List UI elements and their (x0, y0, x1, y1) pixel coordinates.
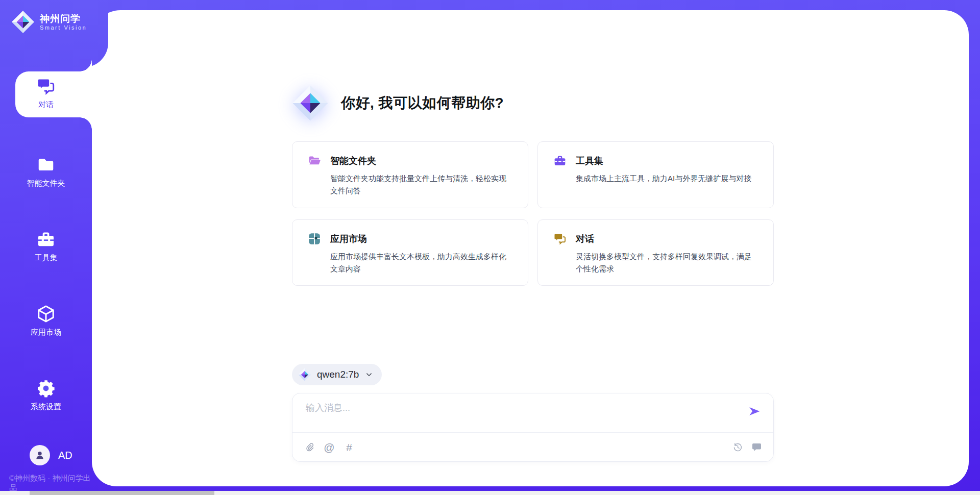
card-title: 智能文件夹 (330, 155, 376, 167)
model-name: qwen2:7b (317, 369, 359, 380)
card-smart-folder[interactable]: 智能文件夹 智能文件夹功能支持批量文件上传与清洗，轻松实现文件问答 (292, 141, 528, 208)
gear-icon (36, 379, 56, 398)
scrollbar-thumb[interactable] (30, 491, 214, 495)
attach-file-button[interactable] (304, 441, 315, 453)
message-input[interactable] (305, 401, 730, 429)
cube-icon (36, 304, 56, 324)
sidebar-item-smart-folder[interactable]: 智能文件夹 (0, 155, 92, 188)
history-icon (732, 442, 743, 453)
send-button[interactable] (748, 405, 761, 418)
feedback-bubble-icon (751, 442, 762, 453)
sidebar-item-label: 智能文件夹 (27, 179, 65, 187)
folder-icon (36, 155, 56, 175)
message-composer: @ # (292, 393, 774, 462)
brand-name: 神州问学 (40, 13, 87, 24)
copyright-footer: ©神州数码 · 神州问学出品 (9, 474, 92, 493)
chevron-down-icon (364, 370, 374, 379)
briefcase-icon (36, 230, 56, 249)
person-icon (34, 449, 46, 461)
composer-toolbar: @ # (292, 433, 773, 461)
greeting-title: 你好, 我可以如何帮助你? (341, 93, 504, 113)
chat-bubbles-icon (553, 232, 567, 245)
user-menu[interactable]: AD (30, 445, 72, 465)
sidebar-item-label: 系统设置 (31, 402, 61, 411)
card-description: 灵活切换多模型文件，支持多样回复效果调试，满足个性化需求 (576, 251, 759, 276)
model-selector[interactable]: qwen2:7b (292, 364, 382, 385)
sidebar-item-label: 应用市场 (31, 328, 61, 336)
history-button[interactable] (732, 441, 743, 453)
app-grid-icon (308, 232, 321, 245)
paperclip-icon (304, 442, 315, 453)
card-toolset[interactable]: 工具集 集成市场上主流工具，助力AI与外界无缝扩展与对接 (537, 141, 774, 208)
card-description: 集成市场上主流工具，助力AI与外界无缝扩展与对接 (576, 172, 759, 185)
card-description: 应用市场提供丰富长文本模板，助力高效生成多样化文章内容 (330, 251, 513, 276)
sidebar-item-settings[interactable]: 系统设置 (0, 379, 92, 412)
card-title: 对话 (576, 233, 594, 245)
sidebar-item-label: 工具集 (35, 253, 58, 262)
sidebar-item-toolset[interactable]: 工具集 (0, 230, 92, 263)
composer-left-tools: @ # (304, 441, 355, 453)
composer-right-tools (732, 441, 762, 453)
mention-button[interactable]: @ (324, 441, 335, 453)
greeting: 你好, 我可以如何帮助你? (292, 85, 504, 121)
card-title: 工具集 (576, 155, 603, 167)
briefcase-icon (553, 154, 567, 167)
avatar (30, 445, 50, 465)
card-title: 应用市场 (330, 233, 367, 245)
topic-button[interactable]: # (344, 441, 355, 453)
user-label: AD (58, 450, 72, 461)
new-chat-button[interactable] (751, 441, 762, 453)
sidebar: 神州问学 Smart Vision 对话 智能文件夹 工具集 应用市场 系统设置… (0, 0, 92, 495)
brand-gem-icon (11, 10, 35, 34)
greeting-gem-icon (292, 85, 329, 121)
send-icon (748, 405, 761, 418)
sidebar-item-app-market[interactable]: 应用市场 (0, 304, 92, 337)
hash-icon: # (346, 442, 352, 453)
chat-bubbles-icon (36, 77, 56, 96)
card-description: 智能文件夹功能支持批量文件上传与清洗，轻松实现文件问答 (330, 172, 513, 197)
card-app-market[interactable]: 应用市场 应用市场提供丰富长文本模板，助力高效生成多样化文章内容 (292, 219, 528, 286)
model-gem-icon (298, 368, 311, 381)
at-icon: @ (324, 442, 334, 453)
brand-subtitle: Smart Vision (40, 24, 87, 31)
folder-open-icon (308, 154, 321, 167)
brand: 神州问学 Smart Vision (11, 10, 87, 34)
sidebar-item-label: 对话 (38, 100, 54, 109)
sidebar-item-chat[interactable]: 对话 (0, 77, 92, 110)
horizontal-scrollbar[interactable] (0, 491, 980, 495)
feature-cards: 智能文件夹 智能文件夹功能支持批量文件上传与清洗，轻松实现文件问答 工具集 集成… (292, 141, 774, 286)
card-chat[interactable]: 对话 灵活切换多模型文件，支持多样回复效果调试，满足个性化需求 (537, 219, 774, 286)
main-content: 你好, 我可以如何帮助你? 智能文件夹 智能文件夹功能支持批量文件上传与清洗，轻… (292, 10, 774, 486)
